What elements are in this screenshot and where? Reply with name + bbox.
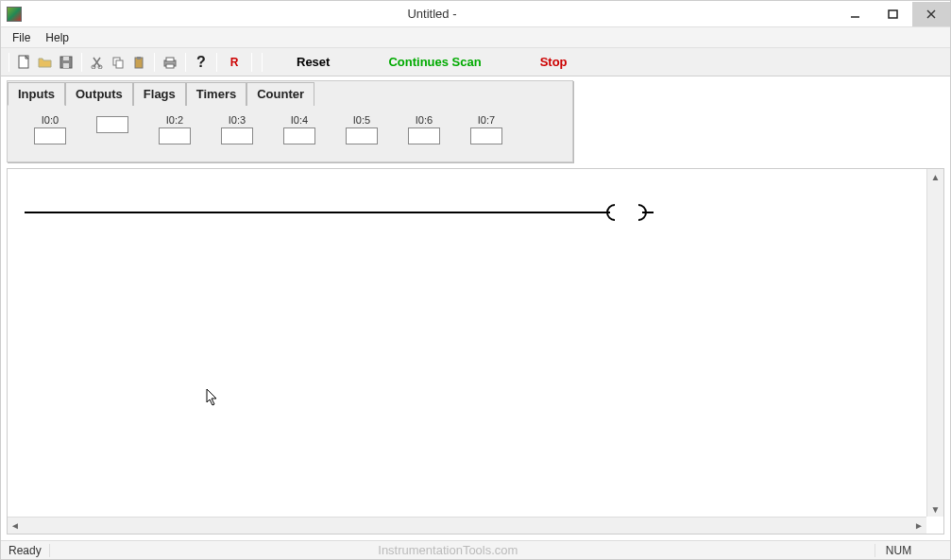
- reset-button[interactable]: Reset: [268, 53, 358, 71]
- svg-rect-6: [63, 63, 69, 68]
- open-button[interactable]: [36, 53, 55, 72]
- toolbar-separator: [8, 53, 9, 72]
- maximize-icon: [888, 8, 899, 20]
- cut-button[interactable]: [88, 53, 107, 72]
- menu-help[interactable]: Help: [38, 29, 76, 46]
- tab-row: Inputs Outputs Flags Timers Counter: [8, 81, 572, 105]
- paste-icon: [132, 56, 145, 69]
- input-item: I0:5: [346, 114, 378, 144]
- toolbar-separator: [262, 53, 263, 72]
- status-num: NUM: [875, 544, 922, 557]
- toolbar-separator: [216, 53, 217, 72]
- io-panel: Inputs Outputs Flags Timers Counter I0:0…: [7, 80, 573, 162]
- tab-inputs[interactable]: Inputs: [8, 82, 65, 106]
- svg-rect-1: [889, 10, 897, 18]
- open-folder-icon: [38, 56, 53, 69]
- tab-timers[interactable]: Timers: [186, 82, 246, 106]
- mouse-cursor-icon: [206, 388, 219, 407]
- stop-button[interactable]: Stop: [512, 53, 596, 71]
- input-label: I0:2: [166, 114, 183, 126]
- copy-button[interactable]: [109, 53, 127, 72]
- toolbar: ? R Reset Continues Scan Stop: [1, 48, 950, 76]
- input-item: I0:2: [159, 114, 191, 144]
- scroll-up-icon[interactable]: ▲: [928, 169, 943, 184]
- svg-rect-13: [137, 57, 141, 59]
- svg-rect-16: [166, 64, 174, 68]
- toolbar-separator: [81, 53, 82, 72]
- input-item: I0:0: [34, 114, 66, 144]
- svg-rect-11: [116, 60, 123, 68]
- toolbar-separator: [185, 53, 186, 72]
- input-box[interactable]: [470, 127, 502, 144]
- svg-rect-7: [63, 57, 69, 60]
- status-bar: Ready InstrumentationTools.com NUM: [1, 540, 950, 559]
- new-file-icon: [18, 55, 31, 70]
- r-button[interactable]: R: [223, 53, 246, 72]
- input-label: I0:7: [478, 114, 495, 126]
- window-title: Untitled -: [27, 7, 837, 21]
- ladder-canvas[interactable]: ▲ ▼ ◄ ►: [7, 168, 944, 535]
- input-label: I0:0: [42, 114, 59, 126]
- tab-outputs[interactable]: Outputs: [65, 82, 133, 106]
- input-item: I0:6: [408, 114, 440, 144]
- horizontal-scrollbar[interactable]: ◄ ►: [8, 517, 926, 534]
- scissors-icon: [91, 56, 104, 69]
- input-item: I0:3: [221, 114, 253, 144]
- watermark-text: InstrumentationTools.com: [50, 543, 846, 557]
- title-bar: Untitled -: [1, 1, 950, 27]
- save-disk-icon: [59, 56, 73, 69]
- input-label: I0:4: [291, 114, 308, 126]
- scroll-down-icon[interactable]: ▼: [928, 501, 943, 517]
- svg-rect-15: [166, 58, 174, 61]
- paste-button[interactable]: [129, 53, 148, 72]
- input-item: I0:7: [470, 114, 502, 144]
- input-box[interactable]: [221, 127, 253, 144]
- input-box[interactable]: [346, 127, 378, 144]
- maximize-button[interactable]: [875, 2, 912, 26]
- input-box[interactable]: [96, 116, 128, 133]
- ladder-rung: [25, 209, 648, 212]
- input-box[interactable]: [34, 127, 66, 144]
- close-button[interactable]: [912, 2, 950, 26]
- vertical-scrollbar[interactable]: ▲ ▼: [926, 169, 943, 517]
- minimize-button[interactable]: [837, 2, 875, 26]
- toolbar-separator: [251, 53, 252, 72]
- input-box[interactable]: [283, 127, 315, 144]
- menu-file[interactable]: File: [5, 29, 38, 46]
- new-button[interactable]: [15, 53, 34, 72]
- help-button[interactable]: ?: [192, 53, 211, 72]
- input-label: I0:5: [353, 114, 370, 126]
- input-item: I0:4: [283, 114, 315, 144]
- save-button[interactable]: [57, 53, 76, 72]
- printer-icon: [162, 56, 178, 69]
- input-box[interactable]: [159, 127, 191, 144]
- tab-counter[interactable]: Counter: [246, 82, 314, 106]
- minimize-icon: [850, 8, 861, 20]
- input-item: [96, 114, 128, 144]
- input-label: I0:6: [416, 114, 433, 126]
- input-label: I0:3: [229, 114, 246, 126]
- input-box[interactable]: [408, 127, 440, 144]
- inputs-row: I0:0 I0:2 I0:3 I0:4 I0:5 I0:6 I0:7: [8, 105, 572, 144]
- tab-flags[interactable]: Flags: [133, 82, 186, 106]
- scroll-right-icon[interactable]: ►: [911, 518, 926, 534]
- menu-bar: File Help: [1, 27, 950, 48]
- toolbar-separator: [154, 53, 155, 72]
- scroll-left-icon[interactable]: ◄: [8, 518, 23, 534]
- print-button[interactable]: [161, 53, 179, 72]
- app-icon: [7, 7, 22, 22]
- close-icon: [926, 8, 937, 20]
- copy-icon: [111, 56, 125, 69]
- status-ready: Ready: [1, 544, 50, 557]
- continues-scan-button[interactable]: Continues Scan: [360, 53, 509, 71]
